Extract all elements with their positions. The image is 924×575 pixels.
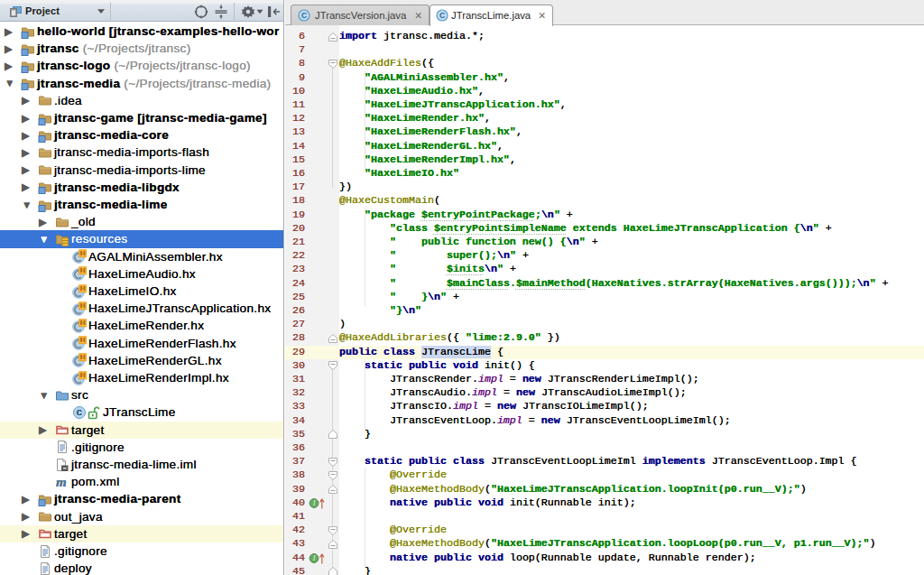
svg-text:H: H (80, 284, 86, 292)
svg-text:H: H (80, 371, 86, 379)
svg-text:H: H (80, 354, 86, 362)
svg-text:H: H (80, 301, 86, 310)
svg-text:I: I (312, 499, 316, 507)
svg-text:m: m (56, 475, 67, 489)
svg-text:I: I (312, 554, 316, 562)
svg-text:H: H (80, 336, 86, 344)
svg-text:C: C (439, 11, 445, 20)
svg-text:H: H (80, 249, 86, 257)
svg-text:H: H (80, 267, 86, 275)
svg-text:H: H (80, 319, 86, 327)
svg-text:C: C (77, 408, 82, 417)
